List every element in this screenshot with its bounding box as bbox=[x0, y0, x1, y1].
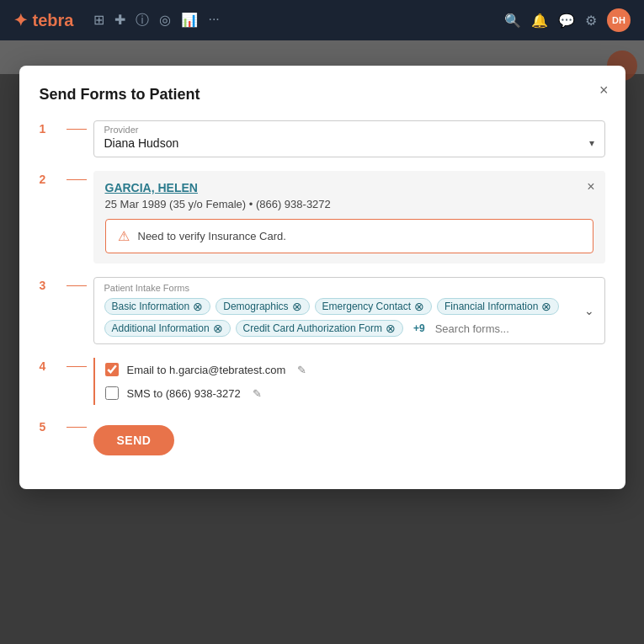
search-icon[interactable]: 🔍 bbox=[504, 13, 521, 29]
step-2-row: 2 GARCIA, HELEN 25 Mar 1989 (35 y/o Fema… bbox=[40, 171, 605, 263]
step-2-content: GARCIA, HELEN 25 Mar 1989 (35 y/o Female… bbox=[93, 171, 605, 263]
tag-remove-credit[interactable]: ⊗ bbox=[386, 322, 396, 334]
step-5-number: 5 bbox=[40, 420, 67, 434]
warning-icon: ⚠ bbox=[118, 228, 130, 244]
more-icon[interactable]: ··· bbox=[208, 12, 219, 29]
step-5-content: SEND bbox=[93, 418, 605, 455]
close-button[interactable]: × bbox=[596, 79, 612, 101]
warning-text: Need to verify Insurance Card. bbox=[138, 230, 286, 242]
tag-label: Financial Information bbox=[444, 301, 538, 312]
warning-box: ⚠ Need to verify Insurance Card. bbox=[105, 219, 593, 253]
step-1-content: Provider Diana Hudson ▾ bbox=[93, 120, 605, 157]
step-4-content: Email to h.garcia@tebratest.com ✎ SMS to… bbox=[93, 358, 605, 405]
sms-edit-icon[interactable]: ✎ bbox=[253, 387, 262, 400]
delivery-options: Email to h.garcia@tebratest.com ✎ SMS to… bbox=[93, 358, 605, 405]
sms-label: SMS to (866) 938-3272 bbox=[127, 387, 241, 400]
forms-multiselect[interactable]: Patient Intake Forms Basic Information ⊗… bbox=[93, 277, 605, 344]
tag-credit-card-authorization: Credit Card Authorization Form ⊗ bbox=[236, 320, 403, 337]
sms-checkbox[interactable] bbox=[105, 386, 119, 400]
step-3-content: Patient Intake Forms Basic Information ⊗… bbox=[93, 277, 605, 344]
step-3-number: 3 bbox=[40, 279, 67, 292]
bell-icon[interactable]: 🔔 bbox=[531, 13, 548, 29]
tag-remove-demographics[interactable]: ⊗ bbox=[292, 301, 302, 312]
avatar[interactable]: DH bbox=[607, 8, 631, 32]
circle-icon[interactable]: ◎ bbox=[159, 12, 171, 29]
step-5-line bbox=[67, 427, 87, 428]
step-1-line bbox=[67, 129, 87, 130]
tag-additional-information: Additional Information ⊗ bbox=[104, 320, 231, 337]
provider-select[interactable]: Provider Diana Hudson ▾ bbox=[93, 120, 605, 157]
forms-search-input[interactable] bbox=[435, 322, 519, 335]
step-5-row: 5 SEND bbox=[40, 418, 605, 455]
tag-basic-information: Basic Information ⊗ bbox=[104, 298, 211, 315]
tag-remove-financial[interactable]: ⊗ bbox=[541, 301, 551, 312]
tag-financial-information: Financial Information ⊗ bbox=[437, 298, 559, 315]
plus-9-button[interactable]: +9 bbox=[408, 321, 430, 336]
email-checkbox[interactable] bbox=[105, 363, 119, 376]
tag-remove-additional[interactable]: ⊗ bbox=[213, 322, 223, 334]
step-2-number: 2 bbox=[40, 173, 67, 186]
top-nav: ✦ tebra ⊞ ✚ ⓘ ◎ 📊 ··· 🔍 🔔 💬 ⚙ DH bbox=[0, 0, 644, 40]
step-3-line bbox=[67, 285, 87, 286]
provider-label: Provider bbox=[104, 125, 594, 135]
step-1-number: 1 bbox=[40, 122, 67, 136]
modal-title: Send Forms to Patient bbox=[40, 86, 605, 104]
provider-dropdown-arrow: ▾ bbox=[589, 137, 594, 149]
patient-info: 25 Mar 1989 (35 y/o Female) • (866) 938-… bbox=[105, 198, 593, 210]
tag-demographics: Demographics ⊗ bbox=[216, 298, 309, 315]
message-icon[interactable]: 💬 bbox=[558, 13, 575, 29]
step-2-line bbox=[67, 179, 87, 180]
nav-right: 🔍 🔔 💬 ⚙ DH bbox=[504, 8, 631, 32]
step-4-line bbox=[67, 366, 87, 367]
provider-value: Diana Hudson bbox=[104, 136, 179, 150]
step-4-number: 4 bbox=[40, 359, 67, 373]
tag-label: Basic Information bbox=[112, 301, 190, 312]
plus-icon[interactable]: ✚ bbox=[114, 12, 125, 29]
step-1-row: 1 Provider Diana Hudson ▾ bbox=[40, 120, 605, 157]
sms-option-row: SMS to (866) 938-3272 ✎ bbox=[105, 381, 605, 405]
settings-icon[interactable]: ⚙ bbox=[585, 13, 597, 29]
modal: × Send Forms to Patient 1 Provider Diana… bbox=[19, 66, 625, 489]
chart-icon[interactable]: 📊 bbox=[181, 12, 198, 29]
info-icon[interactable]: ⓘ bbox=[136, 12, 149, 29]
forms-tags: Basic Information ⊗ Demographics ⊗ Emerg… bbox=[104, 298, 594, 337]
tag-label: Credit Card Authorization Form bbox=[243, 322, 382, 334]
step-4-row: 4 Email to h.garcia@tebratest.com ✎ SMS … bbox=[40, 358, 605, 405]
tag-label: Emergency Contact bbox=[322, 301, 411, 312]
tag-emergency-contact: Emergency Contact ⊗ bbox=[315, 298, 432, 315]
forms-label: Patient Intake Forms bbox=[104, 283, 594, 293]
forms-chevron-icon: ⌄ bbox=[584, 304, 594, 317]
email-label: Email to h.garcia@tebratest.com bbox=[127, 364, 286, 376]
tag-label: Demographics bbox=[223, 301, 288, 312]
email-edit-icon[interactable]: ✎ bbox=[297, 364, 306, 376]
step-3-row: 3 Patient Intake Forms Basic Information… bbox=[40, 277, 605, 344]
send-button[interactable]: SEND bbox=[93, 425, 175, 455]
patient-close-button[interactable]: × bbox=[587, 179, 594, 194]
modal-overlay: × Send Forms to Patient 1 Provider Diana… bbox=[0, 40, 644, 644]
grid-icon[interactable]: ⊞ bbox=[93, 12, 104, 29]
tag-remove-emergency[interactable]: ⊗ bbox=[414, 301, 424, 312]
provider-select-inner: Diana Hudson ▾ bbox=[104, 136, 594, 150]
email-option-row: Email to h.garcia@tebratest.com ✎ bbox=[105, 358, 605, 381]
patient-name[interactable]: GARCIA, HELEN bbox=[105, 181, 198, 194]
patient-card: GARCIA, HELEN 25 Mar 1989 (35 y/o Female… bbox=[93, 171, 605, 263]
tag-remove-basic[interactable]: ⊗ bbox=[193, 301, 203, 312]
nav-icons: ⊞ ✚ ⓘ ◎ 📊 ··· bbox=[93, 12, 219, 29]
logo: ✦ tebra bbox=[13, 10, 73, 30]
tag-label: Additional Information bbox=[112, 322, 210, 334]
